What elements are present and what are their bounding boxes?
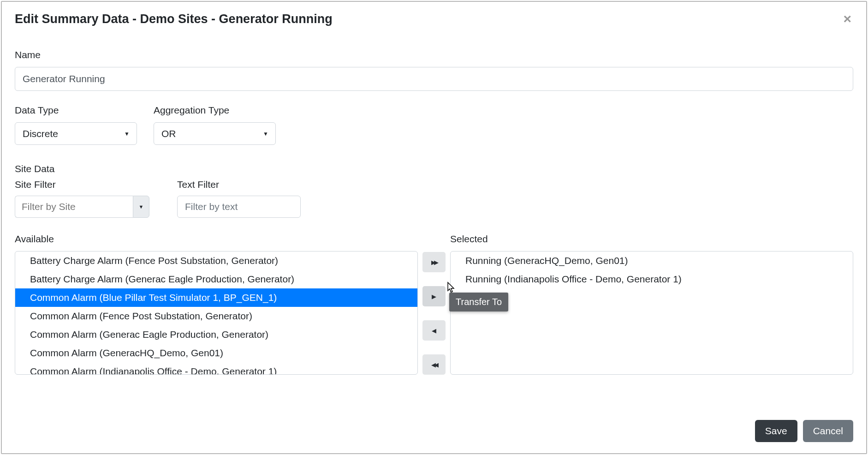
data-type-group: Data Type Discrete ▼	[15, 105, 137, 145]
data-type-label: Data Type	[15, 105, 137, 116]
double-chevron-left-icon	[431, 361, 437, 368]
close-icon: ×	[843, 11, 851, 26]
name-group: Name	[15, 49, 853, 91]
site-data-label: Site Data	[15, 163, 853, 174]
available-panel: Available Battery Charge Alarm (Fence Po…	[15, 233, 418, 375]
name-label: Name	[15, 49, 853, 60]
aggregation-type-group: Aggregation Type OR ▼	[154, 105, 276, 145]
dual-list: Available Battery Charge Alarm (Fence Po…	[15, 233, 853, 375]
site-filter-group: Site Filter ▼	[15, 179, 149, 218]
site-filter-dropdown-button[interactable]: ▼	[133, 196, 149, 218]
list-item[interactable]: Common Alarm (GeneracHQ_Demo, Gen01)	[15, 344, 417, 362]
cancel-button[interactable]: Cancel	[803, 420, 853, 442]
site-filter-input[interactable]	[15, 196, 133, 218]
available-listbox[interactable]: Battery Charge Alarm (Fence Post Substat…	[15, 251, 418, 375]
list-item[interactable]: Common Alarm (Fence Post Substation, Gen…	[15, 307, 417, 325]
site-filter-label: Site Filter	[15, 179, 149, 190]
edit-summary-dialog: Edit Summary Data - Demo Sites - Generat…	[3, 3, 865, 452]
text-filter-input[interactable]	[177, 196, 301, 218]
dialog-title: Edit Summary Data - Demo Sites - Generat…	[15, 12, 333, 26]
close-button[interactable]: ×	[841, 12, 853, 26]
chevron-left-icon	[432, 327, 436, 334]
dialog-header: Edit Summary Data - Demo Sites - Generat…	[15, 12, 853, 26]
list-item[interactable]: Common Alarm (Generac Eagle Production, …	[15, 325, 417, 344]
transfer-all-to-button[interactable]	[422, 252, 446, 272]
transfer-from-button[interactable]	[422, 320, 446, 341]
caret-down-icon: ▼	[139, 204, 144, 210]
list-item[interactable]: Common Alarm (Blue Pillar Test Simulator…	[15, 288, 417, 307]
chevron-right-icon	[432, 293, 436, 300]
selected-label: Selected	[450, 233, 853, 245]
text-filter-label: Text Filter	[177, 179, 301, 190]
data-type-select[interactable]: Discrete	[15, 122, 137, 145]
tooltip: Transfer To	[449, 293, 508, 311]
transfer-to-button[interactable]	[422, 286, 446, 306]
aggregation-type-label: Aggregation Type	[154, 105, 276, 116]
double-chevron-right-icon	[431, 259, 437, 266]
aggregation-type-select[interactable]: OR	[154, 122, 276, 145]
list-item[interactable]: Running (Indianapolis Office - Demo, Gen…	[451, 270, 853, 288]
save-button[interactable]: Save	[755, 420, 797, 442]
list-item[interactable]: Battery Charge Alarm (Fence Post Substat…	[15, 251, 417, 270]
selected-listbox[interactable]: Running (GeneracHQ_Demo, Gen01)Running (…	[450, 251, 853, 375]
list-item[interactable]: Running (GeneracHQ_Demo, Gen01)	[451, 251, 853, 270]
list-item[interactable]: Battery Charge Alarm (Generac Eagle Prod…	[15, 270, 417, 288]
transfer-all-from-button[interactable]	[422, 354, 446, 375]
available-label: Available	[15, 233, 418, 245]
transfer-buttons: Transfer To	[422, 233, 446, 375]
name-input[interactable]	[15, 67, 853, 91]
list-item[interactable]: Common Alarm (Indianapolis Office - Demo…	[15, 362, 417, 375]
text-filter-group: Text Filter	[177, 179, 301, 218]
dialog-footer: Save Cancel	[755, 420, 853, 442]
selected-panel: Selected Running (GeneracHQ_Demo, Gen01)…	[450, 233, 853, 375]
